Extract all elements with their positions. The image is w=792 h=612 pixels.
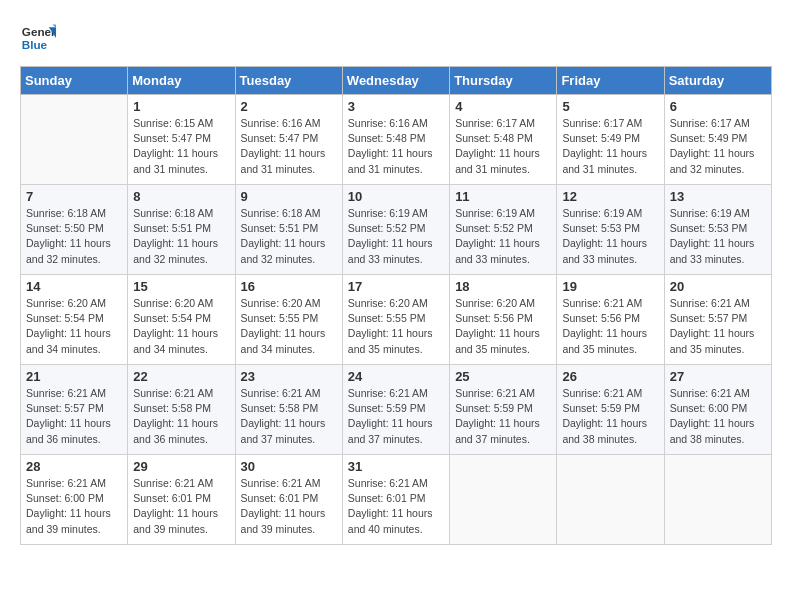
calendar-cell: 4Sunrise: 6:17 AM Sunset: 5:48 PM Daylig…	[450, 95, 557, 185]
calendar-cell: 3Sunrise: 6:16 AM Sunset: 5:48 PM Daylig…	[342, 95, 449, 185]
calendar-cell: 26Sunrise: 6:21 AM Sunset: 5:59 PM Dayli…	[557, 365, 664, 455]
day-info: Sunrise: 6:18 AM Sunset: 5:51 PM Dayligh…	[241, 206, 337, 267]
calendar-cell: 31Sunrise: 6:21 AM Sunset: 6:01 PM Dayli…	[342, 455, 449, 545]
day-number: 9	[241, 189, 337, 204]
day-number: 19	[562, 279, 658, 294]
calendar-cell: 24Sunrise: 6:21 AM Sunset: 5:59 PM Dayli…	[342, 365, 449, 455]
calendar-week-row: 1Sunrise: 6:15 AM Sunset: 5:47 PM Daylig…	[21, 95, 772, 185]
calendar-cell	[21, 95, 128, 185]
day-number: 8	[133, 189, 229, 204]
day-info: Sunrise: 6:15 AM Sunset: 5:47 PM Dayligh…	[133, 116, 229, 177]
day-number: 4	[455, 99, 551, 114]
calendar-cell: 30Sunrise: 6:21 AM Sunset: 6:01 PM Dayli…	[235, 455, 342, 545]
day-info: Sunrise: 6:21 AM Sunset: 6:01 PM Dayligh…	[241, 476, 337, 537]
calendar-week-row: 28Sunrise: 6:21 AM Sunset: 6:00 PM Dayli…	[21, 455, 772, 545]
logo: General Blue	[20, 20, 56, 56]
calendar-cell: 28Sunrise: 6:21 AM Sunset: 6:00 PM Dayli…	[21, 455, 128, 545]
day-number: 20	[670, 279, 766, 294]
day-info: Sunrise: 6:16 AM Sunset: 5:48 PM Dayligh…	[348, 116, 444, 177]
day-info: Sunrise: 6:18 AM Sunset: 5:51 PM Dayligh…	[133, 206, 229, 267]
day-number: 13	[670, 189, 766, 204]
day-info: Sunrise: 6:21 AM Sunset: 5:57 PM Dayligh…	[670, 296, 766, 357]
day-number: 1	[133, 99, 229, 114]
day-info: Sunrise: 6:16 AM Sunset: 5:47 PM Dayligh…	[241, 116, 337, 177]
day-info: Sunrise: 6:21 AM Sunset: 5:57 PM Dayligh…	[26, 386, 122, 447]
day-number: 6	[670, 99, 766, 114]
calendar-week-row: 7Sunrise: 6:18 AM Sunset: 5:50 PM Daylig…	[21, 185, 772, 275]
calendar-cell: 11Sunrise: 6:19 AM Sunset: 5:52 PM Dayli…	[450, 185, 557, 275]
day-number: 11	[455, 189, 551, 204]
day-info: Sunrise: 6:20 AM Sunset: 5:55 PM Dayligh…	[241, 296, 337, 357]
calendar-week-row: 14Sunrise: 6:20 AM Sunset: 5:54 PM Dayli…	[21, 275, 772, 365]
calendar-cell: 29Sunrise: 6:21 AM Sunset: 6:01 PM Dayli…	[128, 455, 235, 545]
calendar-cell: 2Sunrise: 6:16 AM Sunset: 5:47 PM Daylig…	[235, 95, 342, 185]
day-number: 23	[241, 369, 337, 384]
day-info: Sunrise: 6:21 AM Sunset: 6:00 PM Dayligh…	[26, 476, 122, 537]
day-info: Sunrise: 6:19 AM Sunset: 5:52 PM Dayligh…	[348, 206, 444, 267]
day-info: Sunrise: 6:21 AM Sunset: 5:59 PM Dayligh…	[348, 386, 444, 447]
day-number: 27	[670, 369, 766, 384]
day-number: 21	[26, 369, 122, 384]
column-header-monday: Monday	[128, 67, 235, 95]
calendar-cell	[664, 455, 771, 545]
calendar-cell: 12Sunrise: 6:19 AM Sunset: 5:53 PM Dayli…	[557, 185, 664, 275]
day-info: Sunrise: 6:21 AM Sunset: 5:58 PM Dayligh…	[133, 386, 229, 447]
svg-text:General: General	[22, 25, 56, 38]
column-header-wednesday: Wednesday	[342, 67, 449, 95]
day-info: Sunrise: 6:19 AM Sunset: 5:53 PM Dayligh…	[670, 206, 766, 267]
day-info: Sunrise: 6:21 AM Sunset: 5:59 PM Dayligh…	[455, 386, 551, 447]
day-info: Sunrise: 6:20 AM Sunset: 5:54 PM Dayligh…	[26, 296, 122, 357]
calendar-cell: 25Sunrise: 6:21 AM Sunset: 5:59 PM Dayli…	[450, 365, 557, 455]
day-number: 22	[133, 369, 229, 384]
column-header-thursday: Thursday	[450, 67, 557, 95]
page-header: General Blue	[20, 20, 772, 56]
day-info: Sunrise: 6:21 AM Sunset: 6:01 PM Dayligh…	[133, 476, 229, 537]
calendar-cell: 17Sunrise: 6:20 AM Sunset: 5:55 PM Dayli…	[342, 275, 449, 365]
calendar-cell: 23Sunrise: 6:21 AM Sunset: 5:58 PM Dayli…	[235, 365, 342, 455]
day-number: 24	[348, 369, 444, 384]
day-info: Sunrise: 6:17 AM Sunset: 5:48 PM Dayligh…	[455, 116, 551, 177]
day-info: Sunrise: 6:21 AM Sunset: 6:00 PM Dayligh…	[670, 386, 766, 447]
calendar-cell: 20Sunrise: 6:21 AM Sunset: 5:57 PM Dayli…	[664, 275, 771, 365]
calendar-cell: 10Sunrise: 6:19 AM Sunset: 5:52 PM Dayli…	[342, 185, 449, 275]
day-number: 15	[133, 279, 229, 294]
column-header-saturday: Saturday	[664, 67, 771, 95]
calendar-cell: 14Sunrise: 6:20 AM Sunset: 5:54 PM Dayli…	[21, 275, 128, 365]
day-info: Sunrise: 6:21 AM Sunset: 5:58 PM Dayligh…	[241, 386, 337, 447]
calendar-cell: 21Sunrise: 6:21 AM Sunset: 5:57 PM Dayli…	[21, 365, 128, 455]
day-number: 26	[562, 369, 658, 384]
day-number: 7	[26, 189, 122, 204]
day-info: Sunrise: 6:21 AM Sunset: 5:56 PM Dayligh…	[562, 296, 658, 357]
day-number: 17	[348, 279, 444, 294]
day-number: 18	[455, 279, 551, 294]
day-number: 14	[26, 279, 122, 294]
calendar-cell: 18Sunrise: 6:20 AM Sunset: 5:56 PM Dayli…	[450, 275, 557, 365]
calendar-cell: 8Sunrise: 6:18 AM Sunset: 5:51 PM Daylig…	[128, 185, 235, 275]
calendar-cell: 5Sunrise: 6:17 AM Sunset: 5:49 PM Daylig…	[557, 95, 664, 185]
calendar-cell: 27Sunrise: 6:21 AM Sunset: 6:00 PM Dayli…	[664, 365, 771, 455]
day-info: Sunrise: 6:19 AM Sunset: 5:53 PM Dayligh…	[562, 206, 658, 267]
day-number: 29	[133, 459, 229, 474]
day-number: 16	[241, 279, 337, 294]
day-number: 12	[562, 189, 658, 204]
day-info: Sunrise: 6:17 AM Sunset: 5:49 PM Dayligh…	[562, 116, 658, 177]
svg-text:Blue: Blue	[22, 38, 48, 51]
calendar-cell: 1Sunrise: 6:15 AM Sunset: 5:47 PM Daylig…	[128, 95, 235, 185]
day-number: 5	[562, 99, 658, 114]
calendar-header-row: SundayMondayTuesdayWednesdayThursdayFrid…	[21, 67, 772, 95]
calendar-cell	[557, 455, 664, 545]
calendar-cell: 22Sunrise: 6:21 AM Sunset: 5:58 PM Dayli…	[128, 365, 235, 455]
calendar-cell: 7Sunrise: 6:18 AM Sunset: 5:50 PM Daylig…	[21, 185, 128, 275]
day-number: 28	[26, 459, 122, 474]
day-info: Sunrise: 6:20 AM Sunset: 5:56 PM Dayligh…	[455, 296, 551, 357]
day-info: Sunrise: 6:18 AM Sunset: 5:50 PM Dayligh…	[26, 206, 122, 267]
day-number: 3	[348, 99, 444, 114]
column-header-tuesday: Tuesday	[235, 67, 342, 95]
day-number: 2	[241, 99, 337, 114]
calendar-cell: 16Sunrise: 6:20 AM Sunset: 5:55 PM Dayli…	[235, 275, 342, 365]
day-info: Sunrise: 6:21 AM Sunset: 6:01 PM Dayligh…	[348, 476, 444, 537]
column-header-sunday: Sunday	[21, 67, 128, 95]
day-info: Sunrise: 6:20 AM Sunset: 5:54 PM Dayligh…	[133, 296, 229, 357]
calendar-cell: 15Sunrise: 6:20 AM Sunset: 5:54 PM Dayli…	[128, 275, 235, 365]
calendar-week-row: 21Sunrise: 6:21 AM Sunset: 5:57 PM Dayli…	[21, 365, 772, 455]
